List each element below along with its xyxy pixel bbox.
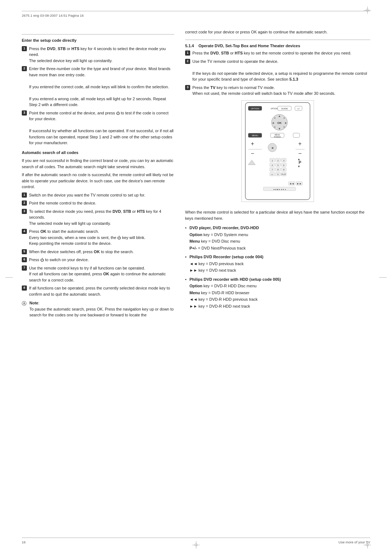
r-badge-1: 1 <box>185 50 190 56</box>
svg-text:MENU: MENU <box>275 134 280 136</box>
auto-item8: 8 If all functions can be operated, pres… <box>22 285 174 297</box>
section514-header: 5.1.4 Operate DVD, Set-Top Box and Home … <box>185 43 370 49</box>
svg-point-17 <box>283 126 285 127</box>
svg-text:GUIDE: GUIDE <box>281 108 288 110</box>
footer-page-number: 16 <box>22 540 26 544</box>
svg-text:►: ► <box>285 121 287 124</box>
auto-item8-content: If all functions can be operated, press … <box>29 285 174 297</box>
auto-item7-text: Use the remote control keys to try if al… <box>29 266 145 270</box>
section2-title: Automatic search of all codes <box>22 150 174 156</box>
auto-item4-text: Press OK to start the automatic search. <box>29 229 99 234</box>
left-column: Enter the setup code directly 1 Press th… <box>22 29 174 526</box>
svg-point-14 <box>274 117 275 118</box>
item3-content: Point the remote control at the device, … <box>29 110 174 146</box>
sub-item-1-2: Menu key = DVD Disc menu <box>189 238 370 244</box>
section-enter-code: Enter the setup code directly 1 Press th… <box>22 37 174 146</box>
auto-item1: 1 Switch on the device you want the TV r… <box>22 192 174 198</box>
auto-item6-content: Press ⏻ to switch on your device. <box>29 257 174 263</box>
note-section: Ⓐ Note: To pause the automatic search, p… <box>22 300 174 318</box>
svg-text:▼: ▼ <box>278 127 281 130</box>
badge-2: 2 <box>22 66 27 71</box>
svg-text:−: − <box>251 150 254 156</box>
sub-item-1-3: P+/- = DVD Next/Previous track <box>189 245 370 251</box>
auto-item5-text: When the device switches off, press OK t… <box>29 250 134 254</box>
header-text: 2675.1 eng 03-08-2007 14:51 Pagina 16 <box>22 13 84 17</box>
r-item1-text: Press the DVD, STB or HTS key to set the… <box>192 51 351 55</box>
auto-item3-text: To select the device mode you need, pres… <box>29 209 161 220</box>
auto-item3-cont: The selected mode key will light up cons… <box>29 221 111 226</box>
sub-item-2-1: ◄◄ key = DVD previous track <box>189 261 370 267</box>
auto-badge-6: 6 <box>22 257 27 262</box>
svg-text:−: − <box>298 150 302 156</box>
r-badge-3: 3 <box>185 85 190 90</box>
r-item2-cont: If the keys do not operate the selected … <box>192 71 367 82</box>
r-item1-content: Press the DVD, STB or HTS key to set the… <box>192 50 370 56</box>
r-item3: 3 Press the TV key to return to normal T… <box>185 85 370 97</box>
section-auto-search: Automatic search of all codes If you are… <box>22 150 174 297</box>
r-item2: 2 Use the TV remote control to operate t… <box>185 58 370 82</box>
bullet2-sublist: ◄◄ key = DVD previous track ►► key = DVD… <box>189 261 370 274</box>
item3-text: Point the remote control at the device, … <box>29 111 168 121</box>
svg-text:MENU: MENU <box>252 134 258 137</box>
crosshair-bottom-right <box>364 541 371 548</box>
auto-badge-1: 1 <box>22 193 27 198</box>
auto-item6-text: Press ⏻ to switch on your device. <box>29 258 89 262</box>
auto-item2: 2 Point the remote control to the device… <box>22 200 174 206</box>
item2-cont2: If you entered a wrong code, all mode ke… <box>29 97 166 107</box>
auto-item7-content: Use the remote control keys to try if al… <box>29 265 174 283</box>
section1-item3: 3 Point the remote control at the device… <box>22 110 174 146</box>
sub-item-1-1: Option key = DVD System menu <box>189 232 370 238</box>
svg-text:+: + <box>251 141 254 147</box>
section-514: 5.1.4 Operate DVD, Set-Top Box and Home … <box>185 43 370 97</box>
auto-item1-text: Switch on the device you want the TV rem… <box>29 193 145 197</box>
auto-item1-content: Switch on the device you want the TV rem… <box>29 192 174 198</box>
bullet-item-3: Philips DVD recorder with HDD (setup cod… <box>185 276 370 309</box>
r-badge-2: 2 <box>185 59 190 64</box>
auto-intro1: If you are not successful in finding the… <box>22 158 174 170</box>
svg-text:◄◄  ■  ►  ►► ●: ◄◄ ■ ► ►► ● <box>273 188 286 190</box>
remote-svg: OPTION GUIDE ▭ OPTION OK ▲ ▼ <box>241 100 314 204</box>
auto-item5: 5 When the device switches off, press OK… <box>22 249 174 255</box>
section514-subtitle: Operate DVD, Set-Top Box and Home Theate… <box>199 44 300 48</box>
item2-text: Enter the three-number code for the type… <box>29 66 171 77</box>
section514-num: 5.1.4 <box>185 44 194 48</box>
svg-text:►►: ►► <box>297 182 302 185</box>
bullet3-sublist: Option key = DVD-R HDD Disc menu Menu ke… <box>189 283 370 309</box>
r-item3-cont: When not used, the remote control will s… <box>192 91 335 96</box>
auto-badge-5: 5 <box>22 249 27 254</box>
auto-item7: 7 Use the remote control keys to try if … <box>22 265 174 283</box>
auto-item4-cont2: Keep pointing the remote control to the … <box>29 241 111 246</box>
svg-text:OK: OK <box>277 121 282 124</box>
item2-content: Enter the three-number code for the type… <box>29 66 174 108</box>
auto-item7-cont: If not all functions can be operated, pr… <box>29 272 166 282</box>
r-item1: 1 Press the DVD, STB or HTS key to set t… <box>185 50 370 56</box>
svg-text:OPTION: OPTION <box>251 108 259 110</box>
note-label: Note <box>29 301 38 305</box>
item1-text: Press the DVD, STB or HTS key for 4 seco… <box>29 46 166 57</box>
r-item3-content: Press the TV key to return to normal TV … <box>192 85 370 97</box>
auto-item2-content: Point the remote control to the device. <box>29 200 174 206</box>
svg-text:OPTION: OPTION <box>271 108 278 110</box>
svg-text:◄◄: ◄◄ <box>289 182 294 185</box>
svg-text:2: 2 <box>277 159 278 161</box>
svg-text:◄: ◄ <box>271 146 274 150</box>
auto-badge-3: 3 <box>22 209 27 214</box>
item1-cont: The selected device key will light up co… <box>29 58 113 63</box>
sub-item-3-1: Option key = DVD-R HDD Disc menu <box>189 283 370 289</box>
sub-item-3-4: ►► key = DVD-R HDD next track <box>189 303 370 309</box>
bullet2-title: Philips DVD Recorder (setup code 004) <box>189 255 264 259</box>
svg-text:▭: ▭ <box>271 173 273 175</box>
section1-title: Enter the setup code directly <box>22 37 174 44</box>
auto-item6: 6 Press ⏻ to switch on your device. <box>22 257 174 263</box>
right-tick <box>379 278 387 278</box>
r-item3-text: Press the TV key to return to normal TV … <box>192 85 275 90</box>
svg-text:▲: ▲ <box>278 114 281 117</box>
bullet3-title: Philips DVD recorder with HDD (setup cod… <box>189 277 281 281</box>
auto-item4-content: Press OK to start the automatic search. … <box>29 228 174 247</box>
crosshair-bottom-center <box>192 541 200 548</box>
crosshair-top-right <box>364 7 371 14</box>
r-item2-content: Use the TV remote control to operate the… <box>192 58 370 82</box>
auto-item2-text: Point the remote control to the device. <box>29 201 96 205</box>
svg-text:▭: ▭ <box>297 107 300 110</box>
auto-badge-4: 4 <box>22 229 27 234</box>
